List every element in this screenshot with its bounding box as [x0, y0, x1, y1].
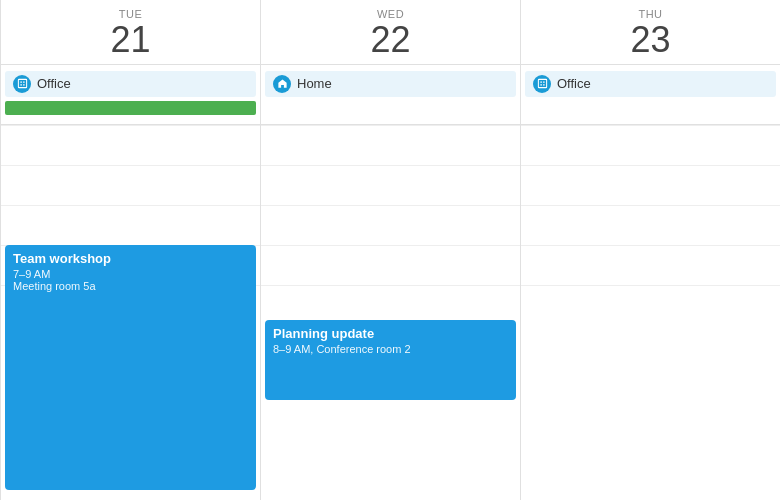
- location-label-thu: Office: [557, 76, 591, 91]
- event-title-workshop: Team workshop: [13, 251, 248, 266]
- all-day-row-thu: Office: [521, 65, 780, 125]
- office-icon-tue: [13, 75, 31, 93]
- svg-rect-5: [538, 79, 546, 87]
- day-header-tue: TUE 21: [1, 0, 260, 65]
- event-details-workshop: 7–9 AM: [13, 268, 248, 280]
- day-number-thu: 23: [521, 20, 780, 60]
- svg-rect-9: [543, 84, 544, 85]
- event-subdetails-workshop: Meeting room 5a: [13, 280, 248, 292]
- calendar-grid: TUE 21 Office: [0, 0, 780, 500]
- location-badge-tue[interactable]: Office: [5, 71, 256, 97]
- svg-rect-6: [540, 82, 541, 83]
- location-badge-wed[interactable]: Home: [265, 71, 516, 97]
- day-column-tue: TUE 21 Office: [1, 0, 261, 500]
- svg-rect-1: [20, 82, 21, 83]
- location-label-wed: Home: [297, 76, 332, 91]
- day-header-wed: WED 22: [261, 0, 520, 65]
- home-icon-wed: [273, 75, 291, 93]
- svg-rect-3: [20, 84, 21, 85]
- day-column-wed: WED 22 Home Planning update 8–9 AM, Conf…: [261, 0, 521, 500]
- time-slots-wed: Planning update 8–9 AM, Conference room …: [261, 125, 520, 500]
- location-label-tue: Office: [37, 76, 71, 91]
- day-header-thu: THU 23: [521, 0, 780, 65]
- event-planning-update[interactable]: Planning update 8–9 AM, Conference room …: [265, 320, 516, 400]
- all-day-row-tue: Office: [1, 65, 260, 125]
- event-team-workshop[interactable]: Team workshop 7–9 AM Meeting room 5a: [5, 245, 256, 490]
- day-number-wed: 22: [261, 20, 520, 60]
- svg-rect-0: [18, 79, 26, 87]
- time-slots-thu: [521, 125, 780, 500]
- time-slots-tue: Team workshop 7–9 AM Meeting room 5a: [1, 125, 260, 500]
- event-details-planning: 8–9 AM, Conference room 2: [273, 343, 508, 355]
- day-column-thu: THU 23 Office: [521, 0, 780, 500]
- office-icon-thu: [533, 75, 551, 93]
- svg-rect-7: [543, 82, 544, 83]
- day-number-tue: 21: [1, 20, 260, 60]
- svg-rect-2: [23, 82, 24, 83]
- green-bar-tue: [5, 101, 256, 115]
- svg-rect-4: [23, 84, 24, 85]
- location-badge-thu[interactable]: Office: [525, 71, 776, 97]
- all-day-row-wed: Home: [261, 65, 520, 125]
- svg-rect-8: [540, 84, 541, 85]
- event-title-planning: Planning update: [273, 326, 508, 341]
